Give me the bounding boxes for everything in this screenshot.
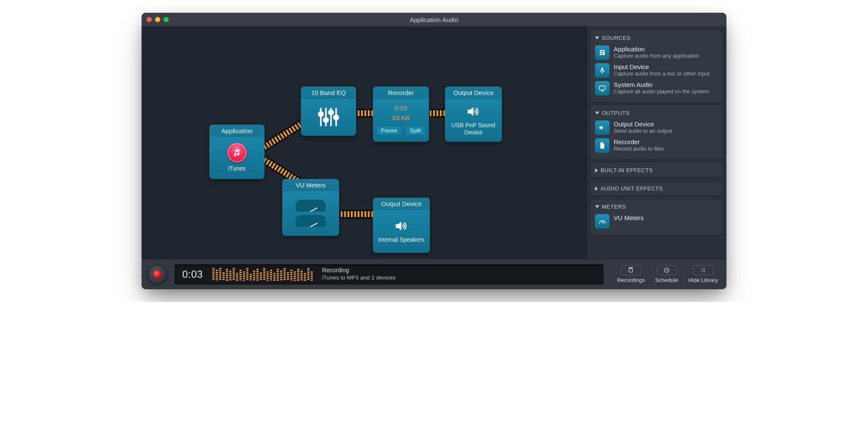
node-title: VU Meters <box>282 179 339 191</box>
level-meter-icon <box>212 268 313 281</box>
status-subtitle: iTunes to MP3 and 2 devices <box>322 274 396 282</box>
panel-sources: SOURCES Application Capture audio from a… <box>591 31 722 101</box>
library-item-title: VU Meters <box>614 214 644 221</box>
node-label: USB PnP Sound Device <box>449 122 498 136</box>
recorder-time: 0:03 <box>395 104 407 112</box>
chevron-right-icon <box>595 168 598 173</box>
library-item-title: Input Device <box>614 63 709 70</box>
speaker-icon <box>392 218 411 234</box>
speaker-icon <box>595 120 609 135</box>
recordings-button[interactable]: Recordings <box>615 264 648 284</box>
vu-meter-icon <box>295 215 326 227</box>
itunes-icon <box>227 143 247 162</box>
bottom-bar: 0:03 Recording iTunes to MP3 and 2 devic… <box>142 259 726 289</box>
zoom-button[interactable] <box>164 17 169 22</box>
panel-title: OUTPUTS <box>602 110 630 116</box>
file-icon <box>595 138 609 153</box>
node-label: iTunes <box>228 165 246 172</box>
titlebar: Application Audio <box>142 13 726 26</box>
schedule-button[interactable]: Schedule <box>653 264 681 284</box>
node-title: Output Device <box>445 87 502 99</box>
app-window: Application Audio Application iTunes <box>142 13 726 289</box>
app-icon <box>595 45 609 60</box>
library-item-vu-meters[interactable]: VU Meters <box>594 212 719 230</box>
node-eq[interactable]: 10 Band EQ <box>301 87 356 136</box>
lcd-time: 0:03 <box>182 268 203 280</box>
split-button[interactable]: Split <box>405 126 426 135</box>
routing-canvas[interactable]: Application iTunes 10 Band EQ <box>142 26 587 259</box>
button-label: Recordings <box>617 277 645 283</box>
panel-header-sources[interactable]: SOURCES <box>594 33 719 44</box>
bottom-buttons: Recordings Schedule Hide Library <box>615 264 721 284</box>
status-title: Recording <box>322 267 396 274</box>
panel-header-builtin-effects[interactable]: BUILT-IN EFFECTS <box>594 165 719 174</box>
panel-header-meters[interactable]: METERS <box>594 202 719 212</box>
node-recorder[interactable]: Recorder 0:03 53 KB Pause Split <box>373 87 429 142</box>
panel-header-au-effects[interactable]: AUDIO UNIT EFFECTS <box>594 184 719 193</box>
status-lcd: 0:03 Recording iTunes to MP3 and 2 devic… <box>175 264 604 285</box>
panel-header-outputs[interactable]: OUTPUTS <box>594 108 719 119</box>
library-item-desc: Capture all audio played on the system <box>614 88 709 95</box>
library-item-desc: Send audio to an output <box>614 128 672 134</box>
lcd-status: Recording iTunes to MP3 and 2 devices <box>322 267 396 281</box>
eq-sliders-icon <box>320 108 337 126</box>
library-icon <box>693 265 713 275</box>
minimize-button[interactable] <box>155 17 160 22</box>
library-item-title: System Audio <box>614 81 709 88</box>
node-application[interactable]: Application iTunes <box>209 125 264 179</box>
panel-outputs: OUTPUTS Output Device Send audio to an o… <box>591 106 722 159</box>
pause-button[interactable]: Pause <box>376 126 402 135</box>
window-controls <box>147 17 169 22</box>
node-title: Application <box>209 125 264 137</box>
mic-icon <box>595 63 609 78</box>
button-label: Hide Library <box>688 277 718 283</box>
chevron-down-icon <box>595 112 599 115</box>
svg-rect-0 <box>599 86 605 90</box>
panel-title: AUDIO UNIT EFFECTS <box>601 185 663 192</box>
panel-title: BUILT-IN EFFECTS <box>601 167 653 173</box>
library-item-input-device[interactable]: Input Device Capture audio from a mic or… <box>594 61 719 79</box>
panel-builtin-effects: BUILT-IN EFFECTS <box>591 163 722 177</box>
recordings-icon <box>621 265 641 275</box>
library-item-application[interactable]: Application Capture audio from any appli… <box>594 44 719 61</box>
button-label: Schedule <box>655 277 678 283</box>
library-item-output-device[interactable]: Output Device Send audio to an output <box>594 119 719 137</box>
panel-title: METERS <box>602 204 626 210</box>
chevron-down-icon <box>595 205 599 208</box>
node-output-internal[interactable]: Output Device Internal Speakers <box>373 198 430 253</box>
speaker-icon <box>464 104 483 119</box>
library-item-recorder[interactable]: Recorder Record audio to files <box>594 137 719 154</box>
node-output-usb[interactable]: Output Device USB PnP Sound Device <box>445 87 502 142</box>
library-item-title: Recorder <box>614 138 664 145</box>
hide-library-button[interactable]: Hide Library <box>686 264 721 284</box>
record-button[interactable] <box>147 265 167 284</box>
node-label: Internal Speakers <box>378 236 425 243</box>
monitor-icon <box>595 81 609 95</box>
library-item-desc: Capture audio from any application <box>614 53 699 59</box>
node-title: Recorder <box>373 87 429 99</box>
node-title: Output Device <box>373 198 430 210</box>
vu-icon <box>595 214 609 229</box>
chevron-down-icon <box>595 36 599 39</box>
library-item-system-audio[interactable]: System Audio Capture all audio played on… <box>594 79 719 97</box>
panel-title: SOURCES <box>602 35 631 41</box>
library-item-desc: Record audio to files <box>614 145 664 152</box>
clock-icon <box>657 265 677 275</box>
close-button[interactable] <box>147 17 152 22</box>
window-title: Application Audio <box>142 16 726 23</box>
main-body: Application iTunes 10 Band EQ <box>142 26 726 259</box>
library-item-desc: Capture audio from a mic or other input <box>614 70 709 77</box>
library-item-title: Application <box>614 45 699 53</box>
chevron-right-icon <box>595 187 598 191</box>
panel-au-effects: AUDIO UNIT EFFECTS <box>591 181 722 195</box>
node-vu-meters[interactable]: VU Meters <box>282 179 339 236</box>
library-sidebar[interactable]: SOURCES Application Capture audio from a… <box>587 26 726 259</box>
recorder-size: 53 KB <box>392 114 410 121</box>
library-item-title: Output Device <box>614 120 672 128</box>
panel-meters: METERS VU Meters <box>591 199 722 235</box>
record-dot-icon <box>153 270 161 279</box>
node-title: 10 Band EQ <box>301 87 356 99</box>
vu-meter-icon <box>295 200 326 212</box>
